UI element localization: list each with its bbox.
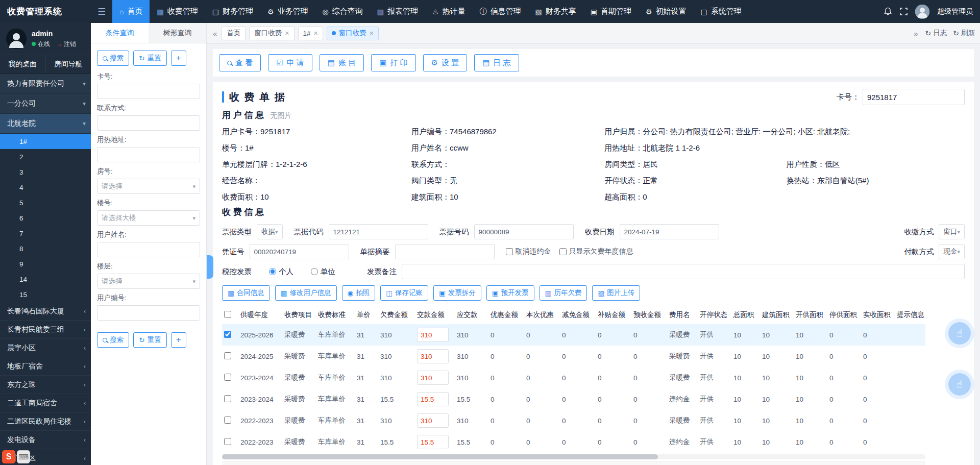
user-role[interactable]: 超级管理员	[937, 7, 973, 16]
payment-amount-input[interactable]	[417, 392, 449, 406]
payment-amount-input[interactable]	[417, 435, 449, 449]
close-icon[interactable]: ×	[314, 30, 318, 37]
fullscreen-icon[interactable]	[900, 8, 908, 15]
nav-item-finance-management[interactable]: ▤财务管理	[205, 0, 260, 23]
edit-user-info-button[interactable]: ▥修改用户信息	[275, 285, 337, 301]
search-button[interactable]: 搜索	[97, 51, 129, 66]
tree-item[interactable]: 6	[0, 210, 91, 226]
personal-radio[interactable]	[269, 268, 276, 275]
user-id-input[interactable]	[97, 305, 200, 321]
nav-item-comprehensive-query[interactable]: ◎综合查询	[315, 0, 370, 23]
tab-condition-query[interactable]: 条件查询	[91, 23, 149, 43]
tree-item[interactable]: 15	[0, 287, 91, 302]
tree-item[interactable]: 5	[0, 195, 91, 210]
tab-window-fee-1[interactable]: 窗口收费×	[249, 27, 294, 40]
invoice-note-input[interactable]	[402, 264, 965, 279]
floating-hand-button-1[interactable]: ☝	[948, 322, 971, 345]
tree-item[interactable]: 地板厂宿舍‹	[0, 357, 91, 376]
log-button[interactable]: ↻日志	[925, 29, 947, 38]
cancel-penalty-checkbox[interactable]: 取消违约金	[506, 247, 551, 256]
refresh-button[interactable]: ↻刷新	[953, 29, 975, 38]
building-no-select[interactable]: 请选择大楼▾	[97, 210, 200, 226]
reset-button[interactable]: ↻重置	[133, 51, 167, 66]
close-icon[interactable]: ×	[285, 30, 289, 37]
radio-personal[interactable]: 个人	[269, 267, 293, 277]
tree-item[interactable]: 东方之珠‹	[0, 376, 91, 394]
nav-item-system-management[interactable]: ▢系统管理	[694, 0, 749, 23]
bell-icon[interactable]	[884, 7, 892, 16]
only-arrears-box[interactable]	[559, 248, 567, 255]
ticket-type-select[interactable]: 收据▾	[257, 224, 283, 239]
table-row[interactable]: 2025-2026采暖费车库单价3131031000000采暖费开供101010…	[222, 324, 925, 346]
table-row[interactable]: 2023-2024采暖费车库单价3115.515.500000违约金开供1010…	[222, 388, 925, 410]
voucher-no-input[interactable]	[250, 244, 349, 259]
tab-home[interactable]: 首页	[222, 27, 246, 40]
tree-item[interactable]: 长青村民航委三组‹	[0, 321, 91, 339]
user-name-input[interactable]	[97, 242, 200, 257]
row-checkbox[interactable]	[224, 395, 231, 402]
contact-input[interactable]	[97, 115, 200, 131]
payment-amount-input[interactable]	[417, 349, 449, 363]
tree-item[interactable]: 8	[0, 241, 91, 256]
tree-item[interactable]: 2	[0, 149, 91, 164]
ledger-button[interactable]: ▤账 目	[320, 54, 364, 71]
payment-amount-input[interactable]	[417, 371, 449, 385]
tree-item[interactable]: 3	[0, 164, 91, 180]
pre-invoice-button[interactable]: ▣预开发票	[486, 285, 534, 301]
cancel-penalty-box[interactable]	[506, 248, 513, 255]
floating-hand-button-2[interactable]: ☝	[948, 373, 971, 396]
nav-item-info-management[interactable]: ⓘ信息管理	[473, 0, 528, 23]
row-checkbox[interactable]	[224, 374, 231, 381]
floor-select[interactable]: 请选择▾	[97, 274, 200, 289]
tabs-scroll-right-icon[interactable]: »	[913, 29, 919, 38]
collect-method-select[interactable]: 窗口▾	[939, 224, 965, 239]
take-photo-button[interactable]: ◉拍照	[342, 285, 376, 301]
scrollbar-thumb[interactable]	[222, 454, 658, 459]
select-all-checkbox[interactable]	[224, 311, 231, 318]
fee-date-input[interactable]	[620, 224, 719, 239]
tree-item[interactable]: 热力有限责任公司▾	[0, 74, 91, 93]
close-icon[interactable]: ×	[370, 30, 374, 37]
invoice-split-button[interactable]: ▣发票拆分	[433, 285, 481, 301]
card-no-input[interactable]	[863, 89, 965, 105]
avatar[interactable]	[915, 5, 929, 19]
payment-amount-input[interactable]	[417, 413, 449, 428]
tree-item[interactable]: 7	[0, 226, 91, 241]
historical-arrears-button[interactable]: ▥历年欠费	[540, 285, 587, 301]
table-row[interactable]: 2022-2023采暖费车库单价3115.515.500000违约金开供1010…	[222, 431, 925, 453]
input-method-indicator[interactable]: S ⌨	[2, 450, 30, 463]
company-radio[interactable]	[311, 268, 318, 275]
table-row[interactable]: 2022-2023采暖费车库单价3131031000000采暖费开供101010…	[222, 410, 925, 431]
tree-item[interactable]: 北航老院▾	[0, 114, 91, 133]
apply-button[interactable]: ☑申 请	[268, 54, 312, 71]
nav-item-business-management[interactable]: ⚙业务管理	[260, 0, 315, 23]
tree-item[interactable]: 长春鸿石国际大厦‹	[0, 302, 91, 321]
table-row[interactable]: 2023-2024采暖费车库单价3131031000000采暖费开供101010…	[222, 367, 925, 388]
menu-toggle-icon[interactable]: ☰	[91, 6, 112, 17]
image-upload-button[interactable]: ▨图片上传	[592, 285, 640, 301]
only-arrears-checkbox[interactable]: 只显示欠费年度信息	[559, 247, 633, 256]
add-button-bottom[interactable]: +	[171, 332, 186, 348]
row-checkbox[interactable]	[224, 417, 231, 424]
search-button-bottom[interactable]: 搜索	[97, 332, 129, 348]
tree-item[interactable]: 二道工商局宿舍‹	[0, 394, 91, 412]
tabs-scroll-left-icon[interactable]: «	[212, 29, 218, 38]
ticket-no-input[interactable]	[474, 224, 574, 239]
tree-item[interactable]: 二道区民政局住宅楼‹	[0, 412, 91, 431]
nav-item-home[interactable]: ⌂首页	[112, 0, 150, 23]
summary-input[interactable]	[395, 244, 495, 259]
tree-item[interactable]: 14	[0, 272, 91, 287]
nav-item-initial-settings[interactable]: ⚙初始设置	[639, 0, 694, 23]
row-checkbox[interactable]	[224, 352, 231, 359]
tab-tree-query[interactable]: 树形查询	[149, 23, 206, 43]
tree-item[interactable]: 9	[0, 256, 91, 272]
row-checkbox[interactable]	[224, 438, 231, 445]
nav-item-finance-sharing[interactable]: ▧财务共享	[528, 0, 583, 23]
tree-item[interactable]: 发电设备‹	[0, 431, 91, 449]
tree-item[interactable]: 一分公司▾	[0, 94, 91, 113]
tree-item[interactable]: 晨宇小区‹	[0, 339, 91, 357]
nav-item-heat-metering[interactable]: ♨热计量	[425, 0, 473, 23]
view-button[interactable]: 查 看	[219, 54, 261, 71]
print-button[interactable]: ▣打 印	[371, 54, 415, 71]
reset-button-bottom[interactable]: ↻重置	[133, 332, 167, 348]
